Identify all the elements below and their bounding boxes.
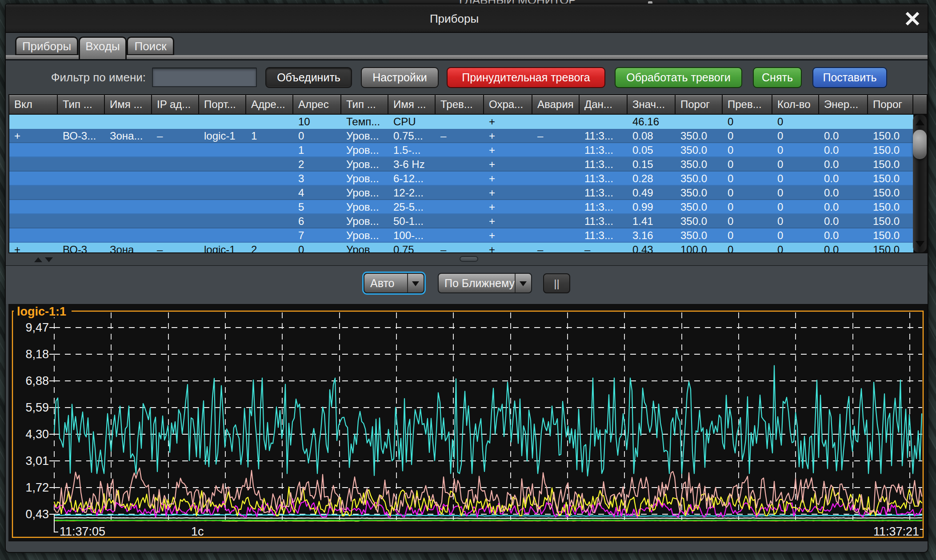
svg-text:11:37:21: 11:37:21 bbox=[873, 525, 919, 538]
svg-text:3,01: 3,01 bbox=[25, 454, 49, 468]
svg-text:logic-1:1: logic-1:1 bbox=[17, 305, 66, 318]
svg-text:1,72: 1,72 bbox=[25, 481, 49, 494]
svg-text:0,43: 0,43 bbox=[25, 508, 49, 521]
svg-text:11:37:05: 11:37:05 bbox=[60, 525, 105, 538]
svg-text:4,30: 4,30 bbox=[25, 428, 49, 441]
svg-text:1c: 1c bbox=[191, 525, 204, 538]
svg-text:9,47: 9,47 bbox=[25, 321, 49, 334]
svg-text:8,18: 8,18 bbox=[25, 348, 49, 361]
svg-text:6,88: 6,88 bbox=[25, 374, 49, 388]
svg-text:5,59: 5,59 bbox=[25, 401, 49, 414]
